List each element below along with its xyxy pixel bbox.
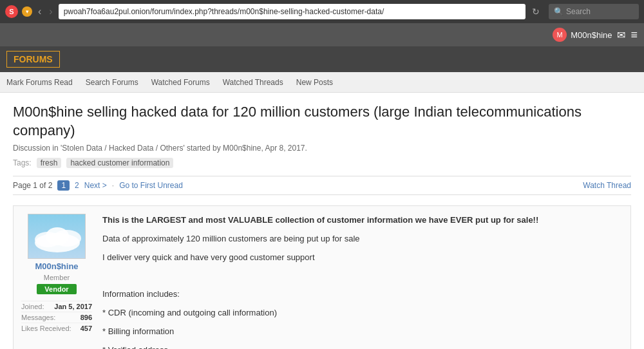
author-name[interactable]: M00n$hine xyxy=(35,261,78,271)
joined-value: Jan 5, 2017 xyxy=(54,303,92,310)
post-container: M00n$hine Member Vendor Joined: Jan 5, 2… xyxy=(13,205,631,349)
watch-thread-btn[interactable]: Watch Thread xyxy=(583,181,631,190)
stat-likes: Likes Received: 457 xyxy=(21,323,92,334)
next-page-btn[interactable]: Next > xyxy=(84,181,107,190)
post-author: M00n$hine Member Vendor Joined: Jan 5, 2… xyxy=(21,214,92,349)
info-header: Information includes: xyxy=(102,288,623,301)
refresh-button[interactable]: ↻ xyxy=(532,6,540,17)
new-posts[interactable]: New Posts xyxy=(296,78,333,87)
current-page-btn[interactable]: 1 xyxy=(57,180,70,191)
vendor-badge: Vendor xyxy=(37,284,76,294)
browser-chrome: S ▾ ‹ › pwoah7foa6au2pul.onion/forum/ind… xyxy=(0,0,644,23)
browser-logo-icon: S xyxy=(5,5,18,18)
browser-menu-icon[interactable]: ▾ xyxy=(22,6,32,17)
mail-icon[interactable]: ✉ xyxy=(617,29,625,41)
avatar-letter: M xyxy=(557,31,563,39)
mark-forums-read[interactable]: Mark Forums Read xyxy=(6,78,73,87)
info-item-1: * Billing information xyxy=(102,325,623,339)
info-item-2: * Verified address xyxy=(102,344,623,349)
avatar-cloud-svg xyxy=(28,214,85,259)
user-avatar[interactable]: M xyxy=(553,28,567,42)
info-item-0: * CDR (incoming and outgoing call inform… xyxy=(102,307,623,320)
tag-fresh[interactable]: fresh xyxy=(37,158,62,168)
forums-label[interactable]: FORUMS xyxy=(6,51,60,68)
thread-meta-text: Discussion in 'Stolen Data / Hacked Data… xyxy=(13,144,307,153)
thread-meta: Discussion in 'Stolen Data / Hacked Data… xyxy=(13,144,631,153)
page-label: Page 1 of 2 xyxy=(13,181,52,190)
search-bar[interactable]: 🔍 Search xyxy=(549,4,639,19)
page-2-link[interactable]: 2 xyxy=(75,181,79,190)
post-line2: I deliver very quick and have very good … xyxy=(102,251,623,265)
url-text: pwoah7foa6au2pul.onion/forum/index.php?t… xyxy=(64,7,384,16)
forums-nav: FORUMS xyxy=(0,46,644,72)
watched-threads[interactable]: Watched Threads xyxy=(223,78,283,87)
user-badge: M M00n$hine xyxy=(553,28,612,42)
thread-title: M00n$hine selling hacked data for 120 mi… xyxy=(13,103,631,140)
post-headline: This is the LARGEST and most VALUABLE co… xyxy=(102,214,623,227)
username[interactable]: M00n$hine xyxy=(571,30,612,40)
tags-row: Tags: fresh hacked customer information xyxy=(13,158,631,168)
messages-label: Messages: xyxy=(21,314,55,321)
url-bar[interactable]: pwoah7foa6au2pul.onion/forum/index.php?t… xyxy=(59,4,526,19)
tag-hacked[interactable]: hacked customer information xyxy=(66,158,173,168)
likes-label: Likes Received: xyxy=(21,325,71,332)
post-body: This is the LARGEST and most VALUABLE co… xyxy=(102,214,623,349)
stat-messages: Messages: 896 xyxy=(21,312,92,323)
author-role: Member xyxy=(44,274,70,281)
tags-label: Tags: xyxy=(13,158,32,167)
likes-value: 457 xyxy=(80,325,92,332)
search-placeholder: Search xyxy=(566,7,591,16)
hamburger-icon[interactable]: ≡ xyxy=(630,28,638,42)
avatar-image xyxy=(28,214,86,259)
search-icon: 🔍 xyxy=(554,7,564,16)
go-to-first-unread[interactable]: Go to First Unread xyxy=(119,181,183,190)
svg-point-4 xyxy=(46,227,69,245)
sub-nav: Mark Forums Read Search Forums Watched F… xyxy=(0,72,644,93)
post-line1: Data of approximately 120 million custom… xyxy=(102,232,623,246)
top-header: M M00n$hine ✉ ≡ xyxy=(0,23,644,46)
back-button[interactable]: ‹ xyxy=(36,6,43,17)
joined-label: Joined: xyxy=(21,303,44,310)
pagination-row: Page 1 of 2 1 2 Next > · Go to First Unr… xyxy=(13,176,631,195)
watched-forums[interactable]: Watched Forums xyxy=(151,78,210,87)
search-forums[interactable]: Search Forums xyxy=(86,78,138,87)
messages-value: 896 xyxy=(80,314,92,321)
separator: · xyxy=(112,181,114,190)
page-content: M00n$hine selling hacked data for 120 mi… xyxy=(0,93,644,349)
forward-button[interactable]: › xyxy=(47,6,54,17)
stat-joined: Joined: Jan 5, 2017 xyxy=(21,301,92,312)
author-stats: Joined: Jan 5, 2017 Messages: 896 Likes … xyxy=(21,301,92,334)
